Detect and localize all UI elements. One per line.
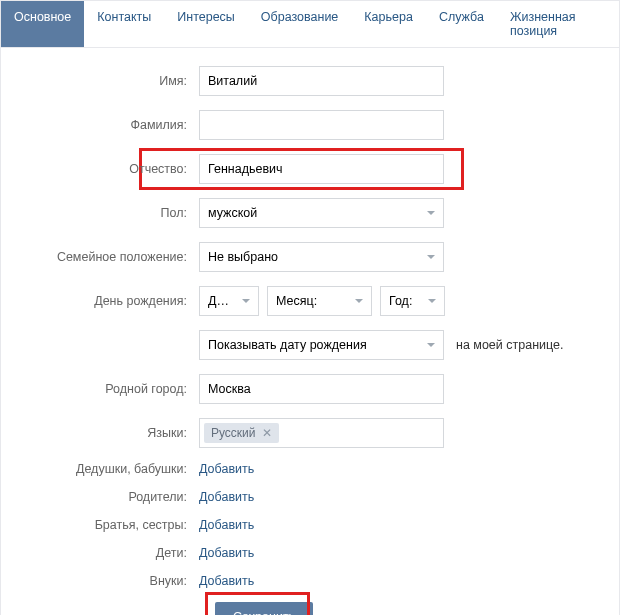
label-parents: Родители: — [17, 490, 199, 504]
birth-month-value: Месяц: — [276, 294, 355, 308]
marital-select[interactable]: Не выбрано — [199, 242, 444, 272]
surname-input[interactable] — [199, 110, 444, 140]
birth-day-select[interactable]: Д… — [199, 286, 259, 316]
add-children-link[interactable]: Добавить — [199, 546, 254, 560]
add-parents-link[interactable]: Добавить — [199, 490, 254, 504]
name-input[interactable] — [199, 66, 444, 96]
add-siblings-link[interactable]: Добавить — [199, 518, 254, 532]
chevron-down-icon — [242, 299, 250, 303]
marital-value: Не выбрано — [208, 250, 427, 264]
language-tag-label: Русский — [211, 426, 256, 440]
birth-month-select[interactable]: Месяц: — [267, 286, 372, 316]
birth-year-select[interactable]: Год: — [380, 286, 445, 316]
birth-visibility-suffix: на моей странице. — [444, 338, 564, 352]
profile-form: Имя: Фамилия: Отчество: Пол: мужской — [1, 48, 619, 615]
hometown-input[interactable] — [199, 374, 444, 404]
chevron-down-icon — [428, 299, 436, 303]
tab-main[interactable]: Основное — [1, 1, 84, 47]
tabs-bar: Основное Контакты Интересы Образование К… — [1, 0, 619, 48]
label-name: Имя: — [17, 74, 199, 88]
tab-contacts[interactable]: Контакты — [84, 1, 164, 47]
tab-military[interactable]: Служба — [426, 1, 497, 47]
label-hometown: Родной город: — [17, 382, 199, 396]
chevron-down-icon — [427, 211, 435, 215]
chevron-down-icon — [355, 299, 363, 303]
label-grandchildren: Внуки: — [17, 574, 199, 588]
label-sex: Пол: — [17, 206, 199, 220]
add-grandparents-link[interactable]: Добавить — [199, 462, 254, 476]
sex-value: мужской — [208, 206, 427, 220]
add-grandchildren-link[interactable]: Добавить — [199, 574, 254, 588]
label-birthday: День рождения: — [17, 294, 199, 308]
sex-select[interactable]: мужской — [199, 198, 444, 228]
label-surname: Фамилия: — [17, 118, 199, 132]
label-languages: Языки: — [17, 426, 199, 440]
birth-visibility-select[interactable]: Показывать дату рождения — [199, 330, 444, 360]
birth-day-value: Д… — [208, 294, 242, 308]
language-tag: Русский ✕ — [204, 423, 279, 443]
chevron-down-icon — [427, 255, 435, 259]
label-marital: Семейное положение: — [17, 250, 199, 264]
label-grandparents: Дедушки, бабушки: — [17, 462, 199, 476]
label-children: Дети: — [17, 546, 199, 560]
patronymic-input[interactable] — [199, 154, 444, 184]
birth-visibility-value: Показывать дату рождения — [208, 338, 427, 352]
languages-input[interactable]: Русский ✕ — [199, 418, 444, 448]
birth-year-value: Год: — [389, 294, 428, 308]
label-siblings: Братья, сестры: — [17, 518, 199, 532]
chevron-down-icon — [427, 343, 435, 347]
tab-life[interactable]: Жизненная позиция — [497, 1, 619, 47]
tab-education[interactable]: Образование — [248, 1, 351, 47]
label-patronymic: Отчество: — [17, 162, 199, 176]
tab-interests[interactable]: Интересы — [164, 1, 248, 47]
save-button[interactable]: Сохранить — [215, 602, 313, 615]
close-icon[interactable]: ✕ — [262, 426, 272, 440]
tab-career[interactable]: Карьера — [351, 1, 426, 47]
